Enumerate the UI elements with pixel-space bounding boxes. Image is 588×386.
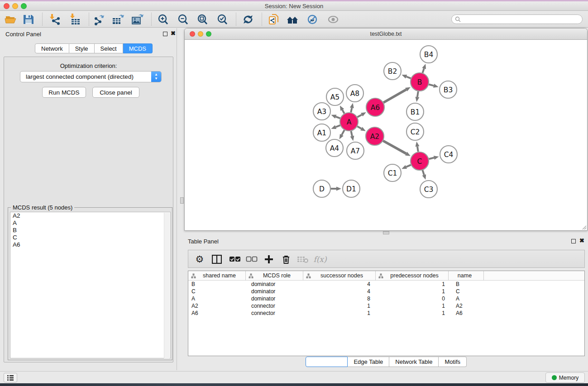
tab-network[interactable]: Network [35,43,69,53]
network-canvas[interactable]: B4B2BB3A8A5A6A3B1AC2A1A2A4A7C4CC1C3DD1 [185,40,587,230]
tab-network-table[interactable]: Network Table [389,357,439,367]
zoom-selected-icon[interactable] [216,13,229,26]
tab-style[interactable]: Style [69,43,95,53]
graph-node-A[interactable]: A [340,113,358,131]
graph-node-B3[interactable]: B3 [440,81,457,98]
table-cell[interactable]: dominator [246,281,303,288]
criterion-dropdown[interactable]: largest connected component (directed) ▲… [20,71,162,82]
deselect-all-icon[interactable] [246,253,258,265]
graph-node-C1[interactable]: C1 [384,164,401,181]
graph-edge-C-C3[interactable] [422,170,424,175]
graph-node-A1[interactable]: A1 [313,124,330,141]
result-scrollbar[interactable] [164,213,170,358]
delete-column-icon[interactable] [280,253,292,265]
resize-grip-icon[interactable] [581,224,587,230]
column-header-predecessor-nodes[interactable]: predecessor nodes [376,271,449,280]
run-mcds-button[interactable]: Run MCDS [42,87,86,98]
table-cell[interactable]: 4 [303,281,376,288]
graph-edge-C-C1[interactable] [406,165,411,167]
graph-edge-B-B2[interactable] [406,76,411,78]
graph-node-C3[interactable]: C3 [420,181,437,198]
graph-node-C2[interactable]: C2 [406,123,424,140]
graph-edge-A-A6[interactable] [357,114,362,117]
horizontal-splitter-handle[interactable] [383,231,389,234]
tab-edge-table[interactable]: Edge Table [348,357,389,367]
result-list-item[interactable]: C [10,234,170,241]
table-cell[interactable]: dominator [246,295,303,302]
graph-edge-B-B4[interactable] [423,68,424,73]
task-history-button[interactable] [4,373,17,382]
mcds-result-list[interactable]: A2ABCA6 [10,212,171,358]
table-row[interactable]: Bdominator41B [188,281,584,288]
import-network-icon[interactable] [48,13,62,26]
search-input[interactable] [463,15,579,23]
show-graphics-details-icon[interactable] [326,13,340,26]
table-cell[interactable]: A [188,295,246,302]
graph-edge-A-A8[interactable] [351,108,352,112]
table-cell[interactable]: 0 [376,295,449,302]
graph-edge-A-A1[interactable] [336,125,340,127]
graph-node-A2[interactable]: A2 [366,127,384,145]
graph-edge-A-A5[interactable] [342,110,344,114]
graph-node-C[interactable]: C [411,152,429,170]
table-row[interactable]: A6connector11A6 [188,310,584,317]
table-cell[interactable]: B [188,281,246,288]
table-cell[interactable]: A2 [449,302,484,310]
export-table-icon[interactable] [111,13,125,26]
table-cell[interactable]: 1 [303,302,376,310]
table-cell[interactable]: 8 [303,295,376,302]
graph-node-B[interactable]: B [411,73,429,91]
graph-node-B1[interactable]: B1 [406,103,424,120]
add-column-icon[interactable] [263,253,275,265]
result-list-item[interactable]: B [10,227,170,234]
search-field[interactable] [451,14,583,24]
graph-edge-B-B3[interactable] [429,84,434,86]
float-panel-icon[interactable] [163,32,167,36]
table-cell[interactable]: 4 [303,288,376,295]
import-table-icon[interactable] [68,13,82,26]
table-cell[interactable]: dominator [246,288,303,295]
tab-node-table[interactable]: Node Table [306,357,348,367]
zoom-in-icon[interactable] [157,13,170,26]
table-cell[interactable]: C [449,288,484,295]
graph-edge-C-C4[interactable] [429,158,434,159]
export-network-icon[interactable] [92,13,106,26]
result-list-item[interactable]: A [10,219,170,227]
select-all-icon[interactable] [229,253,241,265]
column-header-name[interactable]: name [449,271,484,280]
save-session-icon[interactable] [22,13,35,26]
graph-node-A7[interactable]: A7 [347,142,364,159]
graph-node-B4[interactable]: B4 [420,46,437,63]
graph-edge-A-A3[interactable] [336,117,340,119]
graph-node-D1[interactable]: D1 [343,180,360,197]
open-file-icon[interactable] [4,13,18,26]
network-window-titlebar[interactable]: testGlobe.txt [185,29,587,40]
graph-edge-B-B1[interactable] [417,91,418,97]
result-list-item[interactable]: A6 [10,241,170,248]
table-cell[interactable]: A6 [449,310,484,317]
refresh-icon[interactable] [241,13,255,26]
graph-edge-A-A2[interactable] [357,126,361,129]
zoom-fit-icon[interactable] [196,13,210,26]
graph-node-C4[interactable]: C4 [440,146,457,163]
split-panel-icon[interactable] [211,253,223,265]
table-cell[interactable]: 1 [376,302,449,310]
table-cell[interactable]: 1 [303,310,376,317]
close-panel-icon[interactable]: ✖ [171,30,176,37]
graph-edge-A-A4[interactable] [342,130,344,135]
memory-button[interactable]: Memory [545,372,585,383]
vertical-splitter-handle[interactable] [180,197,184,204]
home-icon[interactable] [286,13,300,26]
column-header-successor-nodes[interactable]: successor nodes [303,271,376,280]
result-list-item[interactable]: A2 [10,212,170,219]
tab-motifs[interactable]: Motifs [439,357,467,367]
table-cell[interactable]: A6 [188,310,246,317]
graph-node-B2[interactable]: B2 [384,62,401,80]
graph-node-A5[interactable]: A5 [326,88,344,105]
table-row[interactable]: Cdominator41C [188,288,584,295]
graph-edge-A6-B[interactable] [383,90,406,103]
tab-mcds[interactable]: MCDS [123,43,153,53]
table-cell[interactable]: A2 [188,302,246,310]
table-cell[interactable]: 1 [376,310,449,317]
graph-node-A4[interactable]: A4 [326,139,343,157]
